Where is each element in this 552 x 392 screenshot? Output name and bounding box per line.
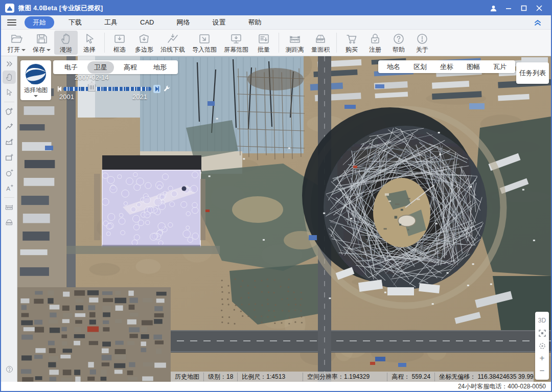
map-canvas[interactable]: 选择地图 电子 卫星 高程 地形 2007-02-14 xyxy=(17,56,551,382)
menubar: 开始 下载 工具 CAD 网络 设置 帮助 xyxy=(1,15,551,30)
status-history-map: 历史地图 xyxy=(171,373,203,381)
batch-download-button[interactable]: 批量 xyxy=(252,31,275,55)
globe-logo-icon xyxy=(25,63,47,85)
minimize-icon[interactable] xyxy=(501,1,516,15)
screen-extent-button[interactable]: 屏幕范围 xyxy=(220,31,252,55)
menu-item-settings[interactable]: 设置 xyxy=(204,16,234,29)
timeline-range-end: 2021 xyxy=(132,93,147,101)
status-scale: 比例尺：1:4513 xyxy=(237,373,289,381)
add-polygon-icon[interactable] xyxy=(3,105,16,118)
dropdown-caret-icon xyxy=(47,49,51,51)
zoom-in-button[interactable]: + xyxy=(535,353,549,364)
map-statusbar: 历史地图 级别：18 比例尺：1:4513 空间分辨率：1.194329 高程：… xyxy=(171,372,534,382)
cart-icon xyxy=(345,32,358,45)
status-elevation: 高程： 559.24 xyxy=(387,373,434,381)
box-select-button[interactable]: 框选 xyxy=(108,31,131,55)
timeline-current-date: 2007-02-14 xyxy=(75,74,109,81)
measure-area-icon: ? xyxy=(314,32,327,45)
map-type-tabs: 电子 卫星 高程 地形 xyxy=(53,60,178,74)
import-extent-icon xyxy=(198,32,211,45)
timeline-range-start: 2001 xyxy=(59,93,74,101)
tab-terrain-map[interactable]: 地形 xyxy=(147,61,173,74)
measure-area-button[interactable]: ? 量面积 xyxy=(308,31,333,55)
folder-open-icon xyxy=(10,32,24,45)
timeline-next-button[interactable] xyxy=(153,85,160,93)
add-text-icon[interactable]: A xyxy=(3,181,16,195)
polyline-download-icon xyxy=(166,32,179,45)
pan-hand-icon[interactable] xyxy=(3,71,16,84)
polygon-download-button[interactable]: 多边形 xyxy=(131,31,157,55)
add-rect-icon[interactable] xyxy=(3,151,16,164)
app-window: 微图 4.0Beta [专业版已授权] 开始 下载 工具 CAD 网络 设置 帮… xyxy=(0,0,552,392)
user-icon[interactable] xyxy=(486,1,501,15)
tab-electronic-map[interactable]: 电子 xyxy=(58,61,84,74)
help-circle-icon[interactable] xyxy=(3,362,16,376)
close-icon[interactable] xyxy=(532,1,547,15)
overlay-placenames-button[interactable]: 地名 xyxy=(380,61,407,73)
menu-item-home[interactable]: 开始 xyxy=(25,16,54,29)
overlay-mapsheet-button[interactable]: 图幅 xyxy=(460,61,487,73)
help-circle-icon xyxy=(392,32,405,45)
menu-item-cad[interactable]: CAD xyxy=(132,17,162,28)
expand-panel-icon[interactable] xyxy=(3,59,16,68)
task-list-button[interactable]: 任务列表 xyxy=(516,62,549,84)
hamburger-menu-icon[interactable] xyxy=(7,19,16,26)
dropdown-caret-icon xyxy=(21,49,26,51)
tab-satellite-map[interactable]: 卫星 xyxy=(87,61,114,74)
select-cursor-icon[interactable] xyxy=(3,86,16,99)
select-cursor-icon xyxy=(83,32,96,45)
box-select-download-icon xyxy=(113,32,126,45)
save-button[interactable]: 保存 xyxy=(29,31,54,55)
overlay-districts-button[interactable]: 区划 xyxy=(407,61,433,73)
map-view-controls: 3D + − xyxy=(535,312,549,380)
menu-item-tools[interactable]: 工具 xyxy=(96,16,126,29)
timeline-slider-track[interactable] xyxy=(63,87,151,91)
save-icon xyxy=(35,32,49,45)
register-button[interactable]: 注册 xyxy=(363,31,387,55)
measure-area-icon[interactable] xyxy=(3,216,16,229)
measure-distance-icon[interactable] xyxy=(3,200,16,214)
batch-download-icon xyxy=(257,32,270,45)
menu-item-network[interactable]: 网络 xyxy=(168,16,198,29)
menu-item-help[interactable]: 帮助 xyxy=(240,16,269,29)
status-spatial-resolution: 空间分辨率：1.194329 xyxy=(303,373,374,381)
status-zoom-level: 级别：18 xyxy=(203,373,237,381)
add-circle-icon[interactable] xyxy=(3,166,16,179)
overlay-tiles-button[interactable]: 瓦片 xyxy=(487,61,513,73)
overlay-coordinates-button[interactable]: 坐标 xyxy=(433,61,460,73)
purchase-button[interactable]: 购买 xyxy=(340,31,363,55)
timeline-prev-button[interactable] xyxy=(56,85,63,93)
timeline-settings-wrench-icon[interactable] xyxy=(163,85,171,94)
about-button[interactable]: 关于 xyxy=(410,31,434,55)
import-extent-button[interactable]: 导入范围 xyxy=(189,31,220,55)
titlebar: 微图 4.0Beta [专业版已授权] xyxy=(1,1,551,15)
add-area-icon[interactable] xyxy=(3,135,16,149)
open-button[interactable]: 打开 xyxy=(4,31,29,55)
select-tool-button[interactable]: 选择 xyxy=(78,31,101,55)
tab-elevation-map[interactable]: 高程 xyxy=(117,61,144,74)
dropdown-caret-icon xyxy=(34,95,38,97)
svg-text:A: A xyxy=(6,185,10,192)
satellite-imagery xyxy=(17,56,551,382)
maximize-icon[interactable] xyxy=(516,1,532,15)
help-button[interactable]: 帮助 xyxy=(387,31,410,55)
status-coordinates: 坐标无偏移： 116.38424635 39.9943220 xyxy=(434,373,534,381)
select-map-label: 选择地图 xyxy=(24,86,48,94)
measure-distance-icon xyxy=(288,32,302,45)
measure-distance-button[interactable]: 测距离 xyxy=(282,31,308,55)
locate-icon[interactable] xyxy=(535,340,549,352)
ribbon-toolbar: 打开 保存 漫游 选择 框选 多边形 沿线下载 导入范围 xyxy=(1,30,551,56)
mode-3d-button[interactable]: 3D xyxy=(535,315,549,326)
select-map-button[interactable]: 选择地图 xyxy=(20,60,51,100)
pan-tool-button[interactable]: 漫游 xyxy=(54,31,78,55)
layer-overlay-toolbar: 地名 区划 坐标 图幅 瓦片 xyxy=(378,60,515,73)
collapse-ribbon-icon[interactable] xyxy=(534,18,542,27)
menu-item-download[interactable]: 下载 xyxy=(60,16,90,29)
app-logo-icon xyxy=(5,4,14,13)
fullscreen-icon[interactable] xyxy=(535,328,549,339)
about-circle-icon xyxy=(416,32,429,45)
add-polyline-icon[interactable] xyxy=(3,120,16,133)
polygon-download-icon xyxy=(137,32,151,45)
along-line-download-button[interactable]: 沿线下载 xyxy=(157,31,189,55)
zoom-out-button[interactable]: − xyxy=(535,365,549,377)
